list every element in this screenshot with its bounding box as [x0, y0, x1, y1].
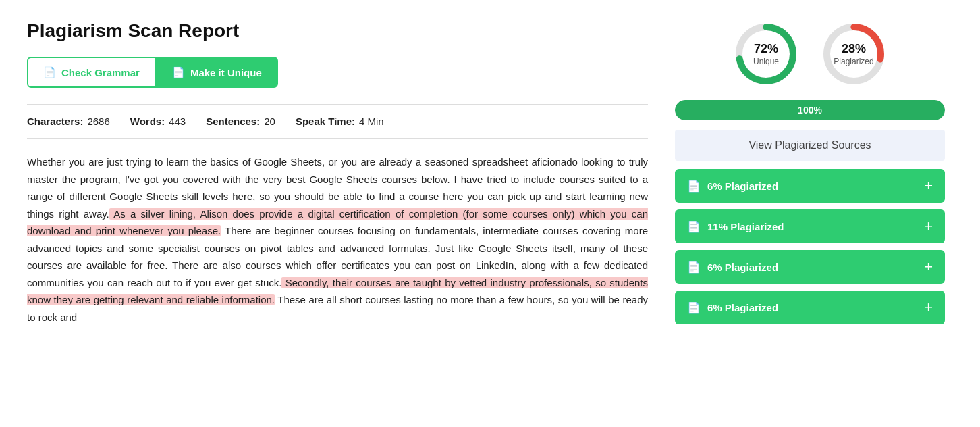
- words-label: Words:: [130, 116, 165, 127]
- source-left-0: 📄 6% Plagiarized: [687, 180, 778, 193]
- unique-label: Unique: [753, 57, 779, 66]
- unique-chart: 72% Unique: [732, 20, 800, 88]
- page-title: Plagiarism Scan Report: [27, 20, 648, 42]
- source-item-1[interactable]: 📄 11% Plagiarized +: [675, 209, 945, 243]
- sentences-label: Sentences:: [206, 116, 260, 127]
- make-unique-icon: 📄: [172, 66, 185, 78]
- view-plagiarized-sources-button[interactable]: View Plagiarized Sources: [675, 130, 945, 161]
- source-label-3: 6% Plagiarized: [707, 302, 778, 313]
- source-item-3[interactable]: 📄 6% Plagiarized +: [675, 291, 945, 324]
- source-item-0[interactable]: 📄 6% Plagiarized +: [675, 169, 945, 203]
- unique-percent: 72%: [753, 42, 779, 57]
- characters-value: 2686: [87, 116, 109, 127]
- doc-icon-2: 📄: [687, 261, 701, 274]
- check-grammar-button[interactable]: 📄 Check Grammar: [27, 57, 156, 88]
- content-text: Whether you are just trying to learn the…: [27, 153, 648, 326]
- check-grammar-label: Check Grammar: [61, 67, 140, 78]
- words-value: 443: [169, 116, 186, 127]
- plagiarized-percent: 28%: [834, 42, 873, 57]
- plagiarized-donut-center: 28% Plagiarized: [834, 42, 873, 66]
- source-label-2: 6% Plagiarized: [707, 261, 778, 273]
- action-buttons: 📄 Check Grammar 📄 Make it Unique: [27, 57, 648, 88]
- sentences-value: 20: [264, 116, 275, 127]
- source-label-1: 11% Plagiarized: [707, 221, 784, 232]
- right-panel: 72% Unique 28% Plagiarized: [675, 20, 945, 331]
- progress-bar-fill: 100%: [675, 100, 945, 120]
- stats-row: Characters: 2686 Words: 443 Sentences: 2…: [27, 104, 648, 139]
- source-left-1: 📄 11% Plagiarized: [687, 220, 784, 233]
- sources-list: 📄 6% Plagiarized + 📄 11% Plagiarized + 📄…: [675, 169, 945, 324]
- progress-bar-wrap: 100%: [675, 100, 945, 120]
- charts-row: 72% Unique 28% Plagiarized: [675, 20, 945, 88]
- plagiarized-donut-wrap: 28% Plagiarized: [820, 20, 888, 88]
- doc-icon-3: 📄: [687, 301, 701, 314]
- source-label-0: 6% Plagiarized: [707, 180, 778, 192]
- speak-time-value: 4 Min: [359, 116, 384, 127]
- plus-icon-3: +: [924, 300, 933, 315]
- source-left-3: 📄 6% Plagiarized: [687, 301, 778, 314]
- plus-icon-1: +: [924, 219, 933, 234]
- progress-bar-label: 100%: [798, 105, 822, 116]
- plus-icon-2: +: [924, 259, 933, 274]
- source-left-2: 📄 6% Plagiarized: [687, 261, 778, 274]
- characters-label: Characters:: [27, 116, 83, 127]
- plus-icon-0: +: [924, 178, 933, 193]
- doc-icon-1: 📄: [687, 220, 701, 233]
- characters-stat: Characters: 2686: [27, 116, 110, 127]
- speak-time-stat: Speak Time: 4 Min: [296, 116, 384, 127]
- words-stat: Words: 443: [130, 116, 186, 127]
- speak-time-label: Speak Time:: [296, 116, 355, 127]
- unique-donut-wrap: 72% Unique: [732, 20, 800, 88]
- sentences-stat: Sentences: 20: [206, 116, 275, 127]
- unique-donut-center: 72% Unique: [753, 42, 779, 66]
- check-grammar-icon: 📄: [43, 66, 56, 78]
- make-unique-label: Make it Unique: [190, 67, 262, 78]
- make-unique-button[interactable]: 📄 Make it Unique: [156, 57, 278, 88]
- doc-icon-0: 📄: [687, 180, 701, 193]
- plagiarized-chart: 28% Plagiarized: [820, 20, 888, 88]
- source-item-2[interactable]: 📄 6% Plagiarized +: [675, 250, 945, 284]
- plagiarized-label: Plagiarized: [834, 57, 873, 66]
